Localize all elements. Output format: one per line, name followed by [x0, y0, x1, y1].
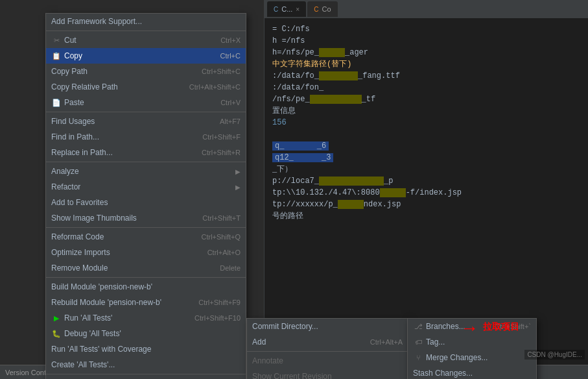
menu-label: Run 'All Tests' with Coverage: [51, 345, 241, 354]
git-annotate[interactable]: Annotate: [247, 353, 408, 369]
annotation-text: 拉取项目: [483, 321, 519, 333]
shortcut: Ctrl+Shift+Q: [201, 233, 241, 241]
code-line: 156: [272, 117, 580, 128]
menu-label: Paste: [64, 98, 218, 107]
menu-reformat[interactable]: Reformat Code Ctrl+Shift+Q: [46, 229, 246, 245]
code-line: 号的路径: [272, 210, 580, 222]
menu-create-tests[interactable]: Create 'All Tests'...: [46, 357, 246, 373]
menu-copy[interactable]: 📋 Copy Ctrl+C: [46, 48, 246, 64]
code-line: h =/nfs: [272, 35, 580, 47]
editor-tab-2[interactable]: C Co: [307, 1, 337, 17]
shortcut: Ctrl+X: [220, 36, 241, 44]
menu-show-explorer[interactable]: Show in Explorer: [46, 376, 246, 379]
menu-debug-tests[interactable]: 🐛 Debug 'All Tests': [46, 326, 246, 341]
menu-rebuild[interactable]: Rebuild Module 'pension-new-b' Ctrl+Shif…: [46, 295, 246, 310]
menu-label: Run 'All Tests': [64, 313, 192, 323]
menu-label: Tag...: [426, 337, 531, 347]
shortcut: Ctrl+Shift+T: [202, 214, 241, 222]
menu-optimize[interactable]: Optimize Imports Ctrl+Alt+O: [46, 245, 246, 260]
shortcut: Delete: [220, 264, 241, 272]
menu-label: Add to Favorites: [51, 198, 241, 207]
shortcut: Ctrl+Shift+R: [202, 149, 241, 156]
menu-separator: [46, 112, 246, 112]
menu-run-tests[interactable]: ▶ Run 'All Tests' Ctrl+Shift+F10: [46, 310, 246, 326]
menu-separator: [46, 374, 246, 374]
menu-label: Branches...: [426, 322, 492, 331]
menu-label: Reformat Code: [51, 232, 198, 241]
menu-find-path[interactable]: Find in Path... Ctrl+Shift+F: [46, 129, 246, 145]
shortcut: Ctrl+Alt+A: [370, 338, 403, 346]
paste-icon: 📄: [51, 97, 62, 108]
branches-icon: ⎇: [413, 321, 423, 332]
menu-add-framework[interactable]: Add Framework Support...: [46, 14, 246, 29]
menu-build[interactable]: Build Module 'pension-new-b': [46, 279, 246, 295]
shortcut: Ctrl+Shift+F: [202, 133, 241, 141]
menu-replace-path[interactable]: Replace in Path... Ctrl+Shift+R: [46, 145, 246, 160]
code-line: /nfs/pe__tf: [272, 93, 580, 105]
tab-label-2: Co: [322, 5, 331, 13]
menu-label: Add: [252, 337, 368, 347]
menu-favorites[interactable]: Add to Favorites: [46, 195, 246, 210]
code-line: 中文字符集路径(替下): [272, 58, 580, 70]
code-line: tp://xxxxxx/p_ndex.jsp: [272, 199, 580, 210]
menu-refactor[interactable]: Refactor ▶: [46, 179, 246, 195]
menu-label: Merge Changes...: [426, 353, 531, 362]
code-line: q12_ _3: [272, 152, 580, 164]
menu-label: Show Current Revision: [252, 372, 403, 379]
shortcut: Ctrl+Alt+O: [207, 249, 241, 256]
menu-label: Find Usages: [51, 117, 217, 126]
git-submenu: Commit Directory... Add Ctrl+Alt+A Annot…: [246, 318, 408, 379]
menu-copy-relative[interactable]: Copy Relative Path Ctrl+Alt+Shift+C: [46, 79, 246, 95]
menu-label: Debug 'All Tests': [64, 329, 241, 338]
submenu-arrow: ▶: [235, 184, 241, 191]
menu-thumbnails[interactable]: Show Image Thumbnails Ctrl+Shift+T: [46, 210, 246, 226]
repo-stash[interactable]: Stash Changes...: [408, 365, 536, 379]
menu-analyze[interactable]: Analyze ▶: [46, 164, 246, 179]
menu-label: Commit Directory...: [252, 322, 403, 331]
code-line: :/data/fon_: [272, 82, 580, 93]
menu-label: Cut: [64, 36, 218, 45]
cut-icon: ✂: [51, 35, 62, 45]
menu-cut[interactable]: ✂ Cut Ctrl+X: [46, 32, 246, 48]
tab-label-1: C...: [281, 5, 292, 13]
menu-label: Refactor: [51, 182, 230, 191]
menu-remove-module[interactable]: Remove Module Delete: [46, 260, 246, 276]
menu-copy-path[interactable]: Copy Path Ctrl+Shift+C: [46, 64, 246, 79]
code-line: [272, 128, 580, 140]
git-commit-dir[interactable]: Commit Directory...: [247, 319, 408, 334]
code-line: :/data/fo__fang.ttf: [272, 70, 580, 82]
editor-tab-bar: C C... × C Co: [265, 0, 588, 18]
tag-icon: 🏷: [413, 337, 423, 347]
code-line: q_ _6: [272, 140, 580, 152]
menu-label: Optimize Imports: [51, 248, 205, 257]
menu-label: Analyze: [51, 167, 230, 176]
menu-run-coverage[interactable]: Run 'All Tests' with Coverage: [46, 341, 246, 357]
menu-find-usages[interactable]: Find Usages Alt+F7: [46, 114, 246, 129]
git-show-revision[interactable]: Show Current Revision: [247, 369, 408, 379]
menu-label: Remove Module: [51, 263, 217, 273]
context-menu: Add Framework Support... ✂ Cut Ctrl+X 📋 …: [45, 13, 246, 379]
menu-label: Copy Relative Path: [51, 82, 187, 92]
run-icon: ▶: [51, 313, 62, 323]
shortcut: Ctrl+Shift+F10: [194, 314, 241, 322]
shortcut: Ctrl+V: [220, 99, 241, 106]
copy-icon: 📋: [51, 51, 62, 61]
menu-label: Replace in Path...: [51, 148, 199, 157]
menu-label: Show Image Thumbnails: [51, 214, 200, 223]
shortcut: Alt+F7: [220, 117, 241, 125]
code-line: 置信息: [272, 105, 580, 117]
debug-icon: 🐛: [51, 328, 62, 339]
menu-paste[interactable]: 📄 Paste Ctrl+V: [46, 95, 246, 110]
menu-separator: [46, 31, 246, 31]
editor-tab-active[interactable]: C C... ×: [267, 1, 306, 17]
menu-label: Copy Path: [51, 67, 199, 76]
menu-label: Find in Path...: [51, 132, 200, 141]
menu-separator: [46, 227, 246, 228]
repo-merge[interactable]: ⑂ Merge Changes...: [408, 350, 536, 365]
code-line: tp:\\10.132./4.47\:8080-f/index.jsp: [272, 187, 580, 199]
git-add[interactable]: Add Ctrl+Alt+A: [247, 334, 408, 350]
code-line: _下）: [272, 164, 580, 175]
shortcut: Ctrl+Shift+F9: [198, 299, 241, 306]
menu-label: Copy: [64, 51, 218, 60]
watermark: CSDN @HugIDE...: [524, 350, 585, 360]
